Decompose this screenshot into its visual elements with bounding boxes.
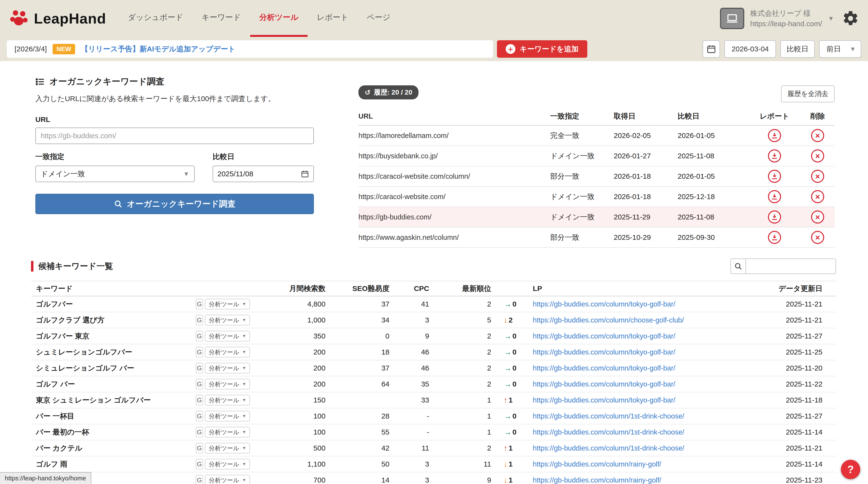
history-icon: ↺: [365, 88, 370, 96]
history-row[interactable]: https://caracol-website.com/column/ 部分一致…: [359, 166, 835, 187]
delete-history-icon[interactable]: ×: [811, 149, 824, 163]
analysis-tool-dropdown[interactable]: 分析ツール▼: [205, 315, 250, 325]
nav-item-reports[interactable]: レポート: [308, 0, 358, 37]
delete-history-icon[interactable]: ×: [811, 231, 824, 244]
nav-item-analysis-tools[interactable]: 分析ツール: [250, 0, 308, 37]
lp-link[interactable]: https://gb-buddies.com/column/rainy-golf…: [533, 476, 661, 484]
calendar-button[interactable]: [703, 40, 720, 58]
keyword-row: バー 一杯目 G 分析ツール▼ 100 28 - 1 → 0 https://g…: [31, 408, 836, 424]
google-search-button[interactable]: G: [196, 347, 203, 358]
lp-link[interactable]: https://gb-buddies.com/column/tokyo-golf…: [533, 348, 675, 356]
download-report-icon[interactable]: [768, 190, 781, 203]
brand-logo[interactable]: LeapHand: [9, 0, 106, 37]
analysis-tool-dropdown[interactable]: 分析ツール▼: [205, 411, 250, 422]
lp-link[interactable]: https://gb-buddies.com/column/tokyo-golf…: [533, 364, 675, 372]
download-report-icon[interactable]: [768, 210, 781, 224]
lp-link[interactable]: https://gb-buddies.com/column/1st-drink-…: [533, 428, 684, 436]
lp-link[interactable]: https://gb-buddies.com/column/tokyo-golf…: [533, 332, 675, 340]
lp-link[interactable]: https://gb-buddies.com/column/1st-drink-…: [533, 444, 684, 452]
analysis-tool-dropdown[interactable]: 分析ツール▼: [205, 395, 250, 405]
google-search-button[interactable]: G: [196, 299, 203, 309]
download-report-icon[interactable]: [768, 149, 781, 163]
history-row[interactable]: https://www.agaskin.net/column/ 部分一致 202…: [359, 227, 835, 248]
history-row[interactable]: https://buysidebank.co.jp/ ドメイン一致 2026-0…: [359, 146, 835, 166]
analysis-tool-dropdown[interactable]: 分析ツール▼: [205, 475, 250, 484]
trend-arrow-icon: →: [504, 300, 512, 308]
difficulty-cell: 64: [331, 380, 395, 388]
trend-arrow-icon: →: [504, 332, 512, 340]
keyword-row: バー カクテル G 分析ツール▼ 500 42 11 2 ↑ 1 https:/…: [31, 440, 836, 456]
chevron-down-icon: ▼: [242, 462, 246, 466]
google-search-button[interactable]: G: [196, 443, 203, 453]
period-select[interactable]: 前日 ▼: [819, 40, 861, 58]
url-input[interactable]: [35, 127, 314, 144]
rank-cell: 11: [435, 460, 497, 468]
download-report-icon[interactable]: [768, 170, 781, 183]
delete-history-icon[interactable]: ×: [811, 170, 824, 183]
lp-link[interactable]: https://gb-buddies.com/column/tokyo-golf…: [533, 396, 675, 404]
download-report-icon[interactable]: [768, 231, 781, 244]
lp-link[interactable]: https://gb-buddies.com/column/tokyo-golf…: [533, 380, 675, 388]
analysis-tool-dropdown[interactable]: 分析ツール▼: [205, 363, 250, 373]
history-row[interactable]: https://caracol-website.com/ ドメイン一致 2026…: [359, 187, 835, 207]
history-table-header: URL 一致指定 取得日 比較日 レポート 削除: [359, 107, 835, 125]
nav-item-dashboard[interactable]: ダッシュボード: [119, 0, 192, 37]
google-search-button[interactable]: G: [196, 411, 203, 422]
keyword-row: ゴルフバー G 分析ツール▼ 4,800 37 41 2 → 0 https:/…: [31, 296, 836, 312]
cpc-cell: 3: [395, 476, 435, 484]
keyword-row: シミュレーションゴルフ バー G 分析ツール▼ 200 37 46 2 → 0 …: [31, 360, 836, 376]
trend-arrow-icon: ↑: [504, 396, 507, 404]
account-selector[interactable]: 株式会社リープ 様 https://leap-hand.com/ ▼: [720, 8, 834, 29]
add-keyword-button[interactable]: ＋ キーワードを追加: [497, 40, 587, 58]
col-keyword: キーワード: [31, 284, 196, 294]
cpc-cell: 46: [395, 348, 435, 356]
help-button[interactable]: ?: [841, 460, 860, 479]
clear-history-button[interactable]: 履歴を全消去: [781, 85, 835, 102]
announcement-link[interactable]: 【リリース予告】新AIモデル追加アップデート: [81, 44, 236, 54]
delete-history-icon[interactable]: ×: [811, 190, 824, 203]
keyword-row: 東京 シュミレーション ゴルフバー G 分析ツール▼ 150 33 1 ↑ 1 …: [31, 392, 836, 408]
analysis-tool-dropdown[interactable]: 分析ツール▼: [205, 443, 250, 453]
google-search-button[interactable]: G: [196, 475, 203, 484]
trend-arrow-icon: →: [504, 412, 512, 420]
header-date-field[interactable]: 2026-03-04: [724, 40, 776, 58]
lp-link[interactable]: https://gb-buddies.com/column/choose-gol…: [533, 316, 684, 324]
history-row[interactable]: https://gb-buddies.com/ ドメイン一致 2025-11-2…: [359, 207, 835, 227]
research-submit-button[interactable]: オーガニックキーワード調査: [35, 194, 314, 214]
google-search-button[interactable]: G: [196, 315, 203, 325]
google-search-button[interactable]: G: [196, 331, 203, 341]
analysis-tool-dropdown[interactable]: 分析ツール▼: [205, 427, 250, 437]
plus-icon: ＋: [506, 44, 516, 54]
google-search-button[interactable]: G: [196, 459, 203, 469]
cpc-cell: -: [395, 412, 435, 420]
delete-history-icon[interactable]: ×: [811, 210, 824, 224]
google-search-button[interactable]: G: [196, 395, 203, 405]
analysis-tool-dropdown[interactable]: 分析ツール▼: [205, 459, 250, 469]
delete-history-icon[interactable]: ×: [811, 129, 824, 142]
analysis-tool-dropdown[interactable]: 分析ツール▼: [205, 347, 250, 358]
google-search-button[interactable]: G: [196, 427, 203, 437]
keyword-search-button[interactable]: [731, 258, 746, 274]
nav-item-pages[interactable]: ページ: [358, 0, 400, 37]
lp-link[interactable]: https://gb-buddies.com/column/rainy-golf…: [533, 460, 661, 468]
history-row[interactable]: https://lamoredellamam.com/ 完全一致 2026-02…: [359, 125, 835, 146]
nav-item-keywords[interactable]: キーワード: [192, 0, 250, 37]
analysis-tool-dropdown[interactable]: 分析ツール▼: [205, 299, 250, 309]
match-type-select[interactable]: ドメイン一致 ▼: [35, 166, 195, 182]
lp-link[interactable]: https://gb-buddies.com/column/tokyo-golf…: [533, 300, 675, 308]
compare-date-button[interactable]: 比較日: [780, 40, 815, 58]
analysis-tool-dropdown[interactable]: 分析ツール▼: [205, 379, 250, 390]
google-search-button[interactable]: G: [196, 379, 203, 390]
keyword-search-input[interactable]: [746, 258, 836, 274]
download-report-icon[interactable]: [768, 129, 781, 142]
settings-gear-icon[interactable]: [842, 10, 859, 27]
rank-cell: 9: [435, 476, 497, 484]
volume-cell: 200: [250, 348, 331, 356]
rank-change-cell: ↓ 1: [497, 476, 533, 484]
trend-arrow-icon: ↓: [504, 476, 507, 484]
lp-link[interactable]: https://gb-buddies.com/column/1st-drink-…: [533, 412, 684, 420]
history-acquired-cell: 2026-01-18: [614, 172, 678, 180]
compare-date-input[interactable]: 2025/11/08: [213, 166, 314, 182]
analysis-tool-dropdown[interactable]: 分析ツール▼: [205, 331, 250, 341]
google-search-button[interactable]: G: [196, 363, 203, 373]
